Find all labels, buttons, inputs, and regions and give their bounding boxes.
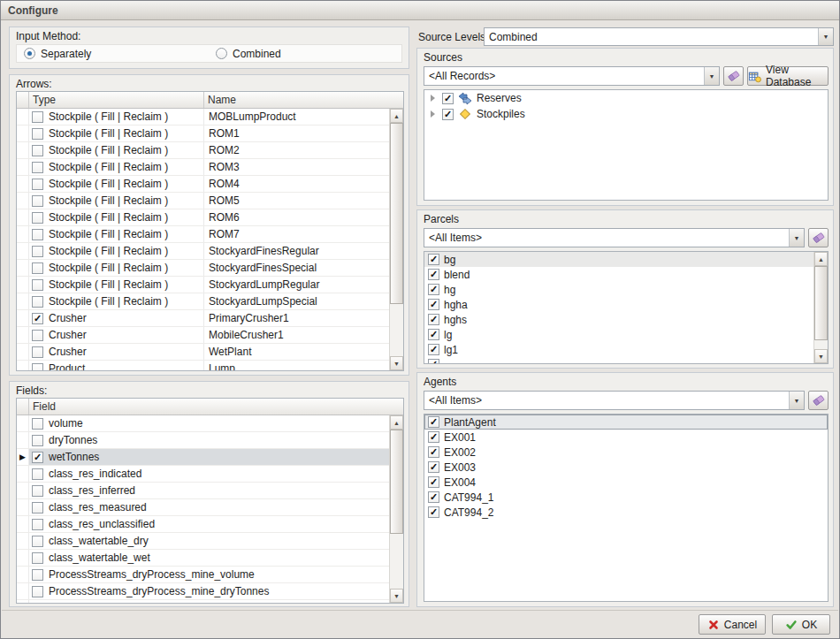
radio-combined[interactable]: Combined [216,48,281,60]
parcels-list-item[interactable]: ✓blend [424,267,828,282]
column-header-field[interactable]: Field [29,399,403,415]
arrows-table-row[interactable]: ✓CrusherPrimaryCrusher1 [17,310,403,327]
scroll-up-icon[interactable]: ▲ [814,252,828,266]
scroll-down-icon[interactable]: ▼ [814,349,828,363]
chevron-down-icon[interactable]: ▼ [818,28,833,45]
fields-table-row[interactable]: ▶✓wetTonnes [17,449,403,466]
arrows-table-row[interactable]: Stockpile ( Fill | Reclaim )StockyardFin… [17,260,403,277]
titlebar[interactable]: Configure [1,1,839,20]
checkbox[interactable] [32,502,43,513]
checkbox[interactable] [32,296,43,308]
fields-scrollbar[interactable]: ▲ ▼ [389,415,403,603]
column-header-type[interactable]: Type [29,92,204,108]
checkbox[interactable] [32,145,43,156]
clear-filter-button[interactable] [808,391,829,410]
scrollbar-thumb[interactable] [390,430,403,534]
parcels-list-item[interactable]: ✓ [424,357,828,364]
arrows-table-row[interactable]: Stockpile ( Fill | Reclaim )ROM2 [17,142,403,159]
checkbox[interactable] [32,363,43,372]
agents-list-item[interactable]: ✓EX003 [424,460,828,475]
parcels-filter-combo[interactable]: <All Items> ▼ [424,228,805,247]
checkbox[interactable]: ✓ [428,431,439,443]
clear-filter-button[interactable] [808,228,829,247]
arrows-table-row[interactable]: CrusherWetPlant [17,344,403,361]
checkbox[interactable] [32,111,43,123]
arrows-table-row[interactable]: Stockpile ( Fill | Reclaim )ROM3 [17,159,403,176]
checkbox[interactable]: ✓ [428,329,439,340]
checkbox[interactable]: ✓ [428,476,439,488]
agents-list-item[interactable]: ✓CAT994_1 [424,490,828,505]
parcels-list-item[interactable]: ✓lg [424,327,828,342]
agents-list-item[interactable]: ✓EX001 [424,430,828,445]
checkbox[interactable]: ✓ [428,299,439,310]
checkbox[interactable]: ✓ [32,452,43,463]
checkbox[interactable] [32,346,43,358]
checkbox[interactable] [32,519,43,530]
scroll-up-icon[interactable]: ▲ [390,415,403,430]
checkbox[interactable] [32,262,43,274]
checkbox[interactable]: ✓ [442,109,454,120]
scroll-down-icon[interactable]: ▼ [390,356,403,370]
checkbox[interactable] [32,330,43,341]
checkbox[interactable]: ✓ [428,344,439,355]
checkbox[interactable] [32,179,43,190]
checkbox[interactable] [32,603,43,605]
scrollbar-thumb[interactable] [814,266,828,340]
radio-icon[interactable] [216,48,227,59]
arrows-table-row[interactable]: Stockpile ( Fill | Reclaim )ROM7 [17,226,403,243]
checkbox[interactable] [32,485,43,497]
fields-table-row[interactable]: class_res_unclassified [17,516,403,533]
chevron-down-icon[interactable]: ▼ [789,229,804,247]
fields-table-row[interactable]: class_res_inferred [17,483,403,499]
clear-filter-button[interactable] [723,66,744,86]
chevron-down-icon[interactable]: ▼ [704,67,719,85]
chevron-down-icon[interactable]: ▼ [789,392,804,409]
checkbox[interactable]: ✓ [428,284,439,295]
view-database-button[interactable]: View Database [747,66,829,86]
arrows-table-row[interactable]: Stockpile ( Fill | Reclaim )StockyardFin… [17,243,403,260]
parcels-scrollbar[interactable]: ▲ ▼ [813,252,828,363]
checkbox[interactable] [32,569,43,581]
fields-table-row[interactable]: dryTonnes [17,432,403,449]
checkbox[interactable] [32,552,43,564]
checkbox[interactable] [32,418,43,430]
checkbox[interactable] [32,435,43,446]
arrows-table-row[interactable]: Stockpile ( Fill | Reclaim )ROM6 [17,209,403,226]
arrows-table-row[interactable]: Stockpile ( Fill | Reclaim )ROM5 [17,193,403,209]
checkbox[interactable]: ✓ [32,313,43,324]
checkbox[interactable] [32,229,43,240]
checkbox[interactable]: ✓ [428,461,439,473]
fields-table-row[interactable]: class_watertable_wet [17,550,403,567]
checkbox[interactable] [32,536,43,547]
tree-item-stockpiles[interactable]: ✓ Stockpiles [424,106,828,122]
parcels-list-item[interactable]: ✓hghs [424,312,828,327]
expand-icon[interactable] [431,95,435,102]
checkbox[interactable]: ✓ [428,359,439,364]
arrows-table-row[interactable]: CrusherMobileCrusher1 [17,327,403,344]
agents-filter-combo[interactable]: <All Items> ▼ [424,391,805,410]
fields-table-row[interactable]: class_res_measured [17,499,403,516]
arrows-scrollbar[interactable]: ▲ ▼ [389,109,403,370]
scroll-down-icon[interactable]: ▼ [390,589,403,603]
checkbox[interactable]: ✓ [428,269,439,280]
checkbox[interactable] [32,279,43,291]
checkbox[interactable] [32,246,43,257]
expand-icon[interactable] [431,110,435,118]
parcels-list-item[interactable]: ✓hg [424,282,828,297]
tree-item-reserves[interactable]: ✓ Reserves [424,90,828,106]
agents-list-item[interactable]: ✓EX004 [424,475,828,490]
parcels-list-item[interactable]: ✓lg1 [424,342,828,357]
arrows-table-row[interactable]: Stockpile ( Fill | Reclaim )ROM4 [17,176,403,193]
column-header-name[interactable]: Name [204,92,403,108]
checkbox[interactable] [32,586,43,597]
ok-button[interactable]: OK [772,614,830,635]
sources-filter-combo[interactable]: <All Records> ▼ [424,66,720,86]
cancel-button[interactable]: Cancel [699,614,766,635]
source-levels-combo[interactable]: Combined ▼ [484,27,834,46]
radio-icon[interactable] [24,48,35,59]
agents-list-item[interactable]: ✓EX002 [424,445,828,460]
checkbox[interactable] [32,162,43,173]
checkbox[interactable]: ✓ [442,93,454,104]
arrows-table-row[interactable]: Stockpile ( Fill | Reclaim )StockyardLum… [17,277,403,293]
checkbox[interactable] [32,212,43,224]
